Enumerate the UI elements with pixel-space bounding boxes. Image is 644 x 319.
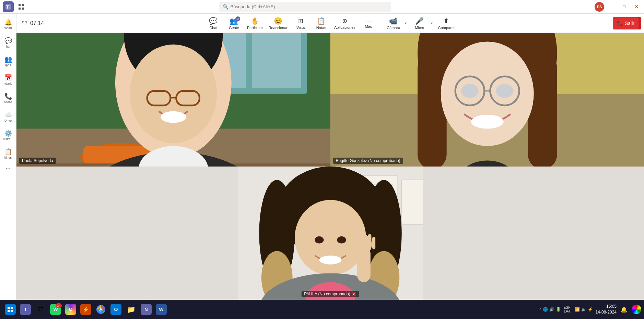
share-ctrl-label: Compartir xyxy=(438,26,455,30)
sidebar-item-drive[interactable]: ☁️ Drive xyxy=(1,108,16,126)
sidebar-item-actividad[interactable]: 🔔 vidad xyxy=(1,15,16,34)
sidebar: 🔔 vidad 💬 hat 👥 ipos 📅 ndario 📞 nadas ☁️… xyxy=(0,14,16,319)
color-settings-button[interactable] xyxy=(632,305,641,314)
apps-ctrl-label: Aplicaciones xyxy=(334,25,355,29)
sidebar-item-administra[interactable]: ⚙️ nistra... xyxy=(1,126,16,145)
video-paula-nc-svg xyxy=(238,167,423,300)
security-shield-icon: 🛡 xyxy=(22,20,27,26)
chat-ctrl-label: Chat xyxy=(209,26,217,30)
participate-ctrl-icon: ✋ xyxy=(251,17,259,25)
share-control-button[interactable]: ⬆ Compartir xyxy=(436,14,457,32)
more-ctrl-label: Más xyxy=(365,24,372,28)
svg-rect-60 xyxy=(357,235,360,249)
minimize-button[interactable]: — xyxy=(607,2,617,12)
leave-call-button[interactable]: 📞 Salir xyxy=(613,17,639,29)
teams-icon: T xyxy=(3,1,14,12)
clock[interactable]: 15:05 14-08-2024 xyxy=(596,304,617,315)
app-grid-icon[interactable] xyxy=(16,0,26,14)
camera-dropdown-arrow[interactable]: ▾ xyxy=(403,14,409,32)
notes-ctrl-label: Notas xyxy=(316,26,326,30)
files-taskbar-icon[interactable]: 📁 xyxy=(124,302,139,317)
word-icon: W xyxy=(156,304,167,315)
notes-control-button[interactable]: 📋 Notas xyxy=(312,14,331,32)
svg-point-33 xyxy=(461,84,479,98)
systray-chevron[interactable]: ^ xyxy=(539,307,541,312)
battery-icon: 🔋 xyxy=(556,307,561,312)
notepad-taskbar-icon[interactable]: N xyxy=(139,302,154,317)
clock-date: 14-08-2024 xyxy=(596,309,617,315)
chat-control-button[interactable]: 💬 Chat xyxy=(204,14,223,32)
whatsapp-badge: 24 xyxy=(56,303,62,308)
chrome-taskbar-icon[interactable] xyxy=(93,302,108,317)
svg-rect-62 xyxy=(368,234,371,248)
mic-control-button[interactable]: 🎤 Micro xyxy=(410,14,429,32)
participate-ctrl-label: Participar xyxy=(247,26,263,30)
view-control-button[interactable]: ⊞ Vista xyxy=(291,14,310,32)
calendar-icon: 📅 xyxy=(4,74,12,82)
react-control-button[interactable]: 😊 Reaccionar xyxy=(266,14,290,32)
taskmanager-taskbar-icon[interactable]: ⚡ xyxy=(78,302,93,317)
systray: ^ 🌐 🔊 🔋 xyxy=(539,307,561,312)
user-avatar[interactable]: PS xyxy=(595,2,604,12)
notepad-icon: N xyxy=(141,304,152,315)
video-paula-svg xyxy=(16,33,330,167)
teams-taskbar-icon[interactable]: T xyxy=(18,302,33,317)
canva-taskbar-icon[interactable]: C xyxy=(63,302,78,317)
notification-bell[interactable]: 🔔 xyxy=(619,305,629,314)
search-bar[interactable]: 🔍 xyxy=(219,2,391,12)
whatsapp-taskbar-icon[interactable]: W 24 xyxy=(48,302,63,317)
svg-rect-11 xyxy=(252,33,301,88)
word-taskbar-icon[interactable]: W xyxy=(154,302,169,317)
sidebar-label-administra: nistra... xyxy=(3,138,13,141)
camera-control-group: 📹 Cámara ▾ xyxy=(384,14,409,32)
camera-control-button[interactable]: 📹 Cámara xyxy=(384,14,403,32)
control-separator xyxy=(381,18,381,29)
svg-rect-3 xyxy=(22,4,24,6)
antivirus-icon: 🛡 xyxy=(35,304,46,315)
more-control-button[interactable]: ··· Más xyxy=(359,14,378,32)
apps-control-button[interactable]: ⊕ Aplicaciones xyxy=(332,14,358,32)
chat-icon: 💬 xyxy=(4,37,12,45)
more-options-button[interactable]: ... xyxy=(582,2,592,12)
mic-dropdown-arrow[interactable]: ▾ xyxy=(429,14,435,32)
participant-name-paula-nc: PAULA (No comprobado) xyxy=(304,292,350,296)
sidebar-item-chat[interactable]: 💬 hat xyxy=(1,34,16,52)
search-input[interactable] xyxy=(231,4,387,9)
svg-rect-65 xyxy=(11,307,13,309)
outlook-taskbar-icon[interactable]: O xyxy=(108,302,124,317)
teams-nav-icon: 👥 xyxy=(4,56,12,63)
taskmanager-icon: ⚡ xyxy=(80,304,91,315)
antivirus-taskbar-icon[interactable]: 🛡 xyxy=(33,302,48,317)
start-button[interactable] xyxy=(3,302,18,317)
more-ctrl-icon: ··· xyxy=(365,18,372,24)
sidebar-label-drive: Drive xyxy=(4,119,12,123)
name-tag-brigitte-gonzalez: Brigitte Gonzalez (No comprobado) xyxy=(333,158,403,164)
leave-phone-icon: 📞 xyxy=(617,21,623,26)
sidebar-item-calendario[interactable]: 📅 ndario xyxy=(1,71,16,89)
svg-rect-4 xyxy=(19,8,21,10)
teams-taskbar-app-icon: T xyxy=(20,304,31,315)
mic-ctrl-label: Micro xyxy=(415,26,424,30)
maximize-button[interactable]: □ xyxy=(619,2,629,12)
share-ctrl-icon: ⬆ xyxy=(443,17,449,25)
svg-rect-63 xyxy=(372,237,375,249)
name-tag-paula-nc: PAULA (No comprobado) 🔇 xyxy=(301,291,359,297)
sidebar-item-bookings[interactable]: 📋 kings xyxy=(1,145,16,163)
taskbar-right: ^ 🌐 🔊 🔋 ESP LAA 📶 🔈 ⚡ 15:05 14-08-2024 🔔 xyxy=(539,304,641,315)
svg-point-49 xyxy=(319,255,341,264)
chrome-icon xyxy=(95,304,106,315)
notes-ctrl-icon: 📋 xyxy=(317,17,326,25)
svg-rect-61 xyxy=(362,232,366,248)
sidebar-item-llamadas[interactable]: 📞 nadas xyxy=(1,89,16,108)
close-button[interactable]: ✕ xyxy=(632,2,641,12)
video-bg-paula-nc xyxy=(238,167,423,300)
svg-point-34 xyxy=(496,84,513,98)
mic-control-group: 🎤 Micro ▾ xyxy=(410,14,435,32)
svg-rect-67 xyxy=(11,310,13,312)
muted-icon-paula-nc: 🔇 xyxy=(352,292,356,296)
sidebar-more-button[interactable]: ··· xyxy=(1,163,16,173)
sidebar-item-equipos[interactable]: 👥 ipos xyxy=(1,52,16,71)
participate-control-button[interactable]: ✋ Participar xyxy=(245,14,265,32)
people-control-button[interactable]: 👥 Gente 3 xyxy=(224,14,244,32)
sidebar-label-chat: hat xyxy=(6,45,10,49)
